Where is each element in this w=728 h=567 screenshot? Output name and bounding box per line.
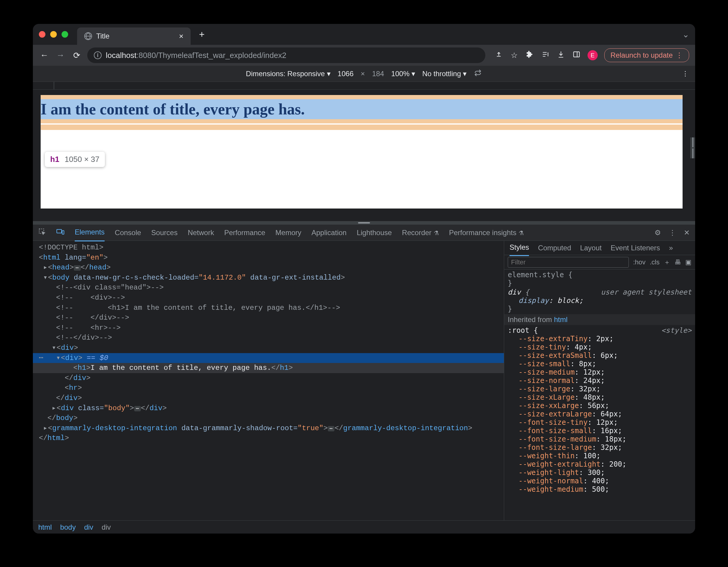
- inherited-from: Inherited from html: [504, 314, 695, 325]
- crumb-div1[interactable]: div: [84, 523, 93, 531]
- css-var-row[interactable]: --size-extraLarge: 64px;: [508, 410, 692, 418]
- crumb-html[interactable]: html: [38, 523, 52, 531]
- computed-panel-icon[interactable]: ▣: [685, 259, 692, 266]
- css-var-row[interactable]: --size-tiny: 4px;: [508, 343, 692, 351]
- close-devtools-button[interactable]: ✕: [684, 229, 690, 237]
- css-var-row[interactable]: --font-size-small: 16px;: [508, 427, 692, 435]
- layout-tab[interactable]: Layout: [580, 240, 602, 256]
- highlighted-h1: I am the content of title, every page ha…: [41, 99, 683, 119]
- extensions-icon[interactable]: [525, 51, 534, 60]
- styles-pane: Styles Computed Layout Event Listeners »…: [504, 241, 695, 520]
- svg-rect-3: [62, 231, 64, 234]
- url-bar[interactable]: i localhost:8080/ThymeleafTest_war_explo…: [87, 48, 485, 63]
- device-mode-icon[interactable]: [56, 228, 65, 238]
- css-var-row[interactable]: --font-size-medium: 18px;: [508, 435, 692, 443]
- selected-node[interactable]: ⋯ ▾<div> == $0: [33, 353, 504, 363]
- ruler: [33, 82, 695, 90]
- settings-icon[interactable]: ⚙: [654, 229, 661, 237]
- tab-title: Title: [96, 32, 175, 40]
- back-button[interactable]: ←: [39, 51, 50, 60]
- css-var-row[interactable]: --size-normal: 24px;: [508, 376, 692, 385]
- dimensions-dropdown[interactable]: Dimensions: Responsive ▾: [246, 70, 331, 78]
- css-var-row[interactable]: --weight-medium: 500;: [508, 485, 692, 493]
- bookmark-icon[interactable]: ☆: [510, 51, 519, 60]
- event-listeners-tab[interactable]: Event Listeners: [611, 240, 660, 256]
- hov-toggle[interactable]: :hov: [633, 259, 646, 266]
- page-preview[interactable]: I am the content of title, every page ha…: [41, 95, 683, 209]
- tooltip-dims: 1050 × 37: [65, 155, 99, 164]
- css-var-row[interactable]: --size-small: 8px;: [508, 360, 692, 368]
- new-style-rule-button[interactable]: ＋: [664, 258, 670, 267]
- zoom-dropdown[interactable]: 100% ▾: [391, 70, 415, 78]
- tab-network[interactable]: Network: [188, 224, 214, 241]
- highlight-hr: [41, 125, 683, 130]
- inspect-icon[interactable]: [38, 228, 46, 238]
- tab-console[interactable]: Console: [115, 224, 141, 241]
- element-tooltip: h1 1050 × 37: [45, 152, 105, 167]
- close-tab-button[interactable]: ×: [179, 32, 183, 41]
- tabs-overflow-button[interactable]: ⌄: [682, 30, 689, 39]
- device-toolbar: Dimensions: Responsive ▾ 1066 × 184 100%…: [33, 66, 695, 82]
- devtools-tabs: Elements Console Sources Network Perform…: [33, 225, 695, 241]
- menu-icon[interactable]: ⋮: [676, 51, 683, 59]
- css-var-row[interactable]: --weight-normal: 400;: [508, 477, 692, 485]
- computed-tab[interactable]: Computed: [538, 240, 571, 256]
- reload-button[interactable]: ⟳: [71, 51, 82, 60]
- forward-button[interactable]: →: [55, 51, 66, 60]
- crumb-body[interactable]: body: [60, 523, 76, 531]
- tab-sources[interactable]: Sources: [151, 224, 178, 241]
- maximize-window-button[interactable]: [62, 31, 68, 38]
- svg-rect-0: [573, 52, 579, 57]
- tab-lighthouse[interactable]: Lighthouse: [357, 224, 392, 241]
- tab-elements[interactable]: Elements: [75, 224, 105, 242]
- css-var-row[interactable]: --size-extraSmall: 6px;: [508, 351, 692, 360]
- tab-perf-insights[interactable]: Performance insights ⚗: [449, 224, 524, 241]
- tooltip-tag: h1: [50, 155, 59, 164]
- css-var-row[interactable]: --size-extraTiny: 2px;: [508, 334, 692, 343]
- globe-icon: [84, 32, 92, 40]
- svg-rect-2: [57, 230, 62, 233]
- breadcrumb: html body div div: [33, 520, 695, 534]
- tab-recorder[interactable]: Recorder ⚗: [402, 224, 439, 241]
- site-info-icon[interactable]: i: [94, 51, 102, 59]
- minimize-window-button[interactable]: [50, 31, 57, 38]
- panel-icon[interactable]: [572, 51, 581, 60]
- tab-application[interactable]: Application: [311, 224, 346, 241]
- reading-list-icon[interactable]: [541, 51, 550, 60]
- download-icon[interactable]: [556, 51, 565, 60]
- url-text: localhost:8080/ThymeleafTest_war_explode…: [106, 51, 286, 60]
- styles-more-tabs[interactable]: »: [669, 240, 673, 256]
- tab-memory[interactable]: Memory: [276, 224, 302, 241]
- horizontal-resize-handle[interactable]: [690, 137, 695, 158]
- address-bar-row: ← → ⟳ i localhost:8080/ThymeleafTest_war…: [33, 45, 695, 66]
- css-var-row[interactable]: --weight-thin: 100;: [508, 452, 692, 460]
- css-var-row[interactable]: --size-large: 32px;: [508, 385, 692, 393]
- css-var-row[interactable]: --weight-extraLight: 200;: [508, 460, 692, 468]
- rotate-icon[interactable]: [474, 69, 482, 79]
- throttling-dropdown[interactable]: No throttling ▾: [422, 70, 467, 78]
- close-window-button[interactable]: [39, 31, 45, 38]
- width-input[interactable]: 1066: [338, 70, 354, 78]
- css-var-row[interactable]: --size-xLarge: 48px;: [508, 393, 692, 401]
- highlight-margin: I am the content of title, every page ha…: [41, 95, 683, 123]
- relaunch-button[interactable]: Relaunch to update ⋮: [604, 48, 689, 62]
- css-var-row[interactable]: --size-medium: 12px;: [508, 368, 692, 376]
- device-more-button[interactable]: ⋮: [682, 70, 689, 78]
- crumb-div2[interactable]: div: [102, 523, 111, 531]
- more-icon[interactable]: ⋮: [669, 229, 676, 237]
- browser-tab[interactable]: Title ×: [77, 27, 191, 45]
- css-var-row[interactable]: --size-xxLarge: 56px;: [508, 401, 692, 410]
- tab-performance[interactable]: Performance: [224, 224, 265, 241]
- styles-filter-input[interactable]: [508, 257, 629, 268]
- new-tab-button[interactable]: +: [199, 29, 205, 40]
- height-input[interactable]: 184: [372, 70, 384, 78]
- styles-tab[interactable]: Styles: [510, 240, 529, 256]
- css-var-row[interactable]: --weight-light: 300;: [508, 468, 692, 477]
- cls-toggle[interactable]: .cls: [650, 259, 660, 266]
- print-icon[interactable]: 🖶: [675, 259, 681, 266]
- css-var-row[interactable]: --font-size-large: 32px;: [508, 443, 692, 452]
- css-var-row[interactable]: --font-size-tiny: 12px;: [508, 418, 692, 427]
- share-icon[interactable]: [494, 51, 503, 60]
- elements-tree[interactable]: <!DOCTYPE html> <html lang="en"> ▸<head>…: [33, 241, 504, 520]
- profile-avatar[interactable]: E: [588, 50, 598, 60]
